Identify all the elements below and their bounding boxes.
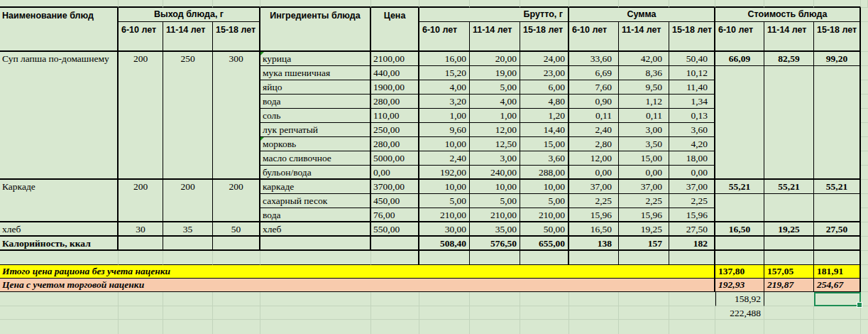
sheet-cell[interactable]: [814, 0, 861, 8]
cell-gross[interactable]: 16,00: [419, 52, 470, 66]
sheet-cell[interactable]: [569, 320, 619, 334]
total-no-markup-value[interactable]: 157,05: [764, 265, 814, 279]
cell-sum[interactable]: 9,50: [619, 80, 669, 95]
sheet-cell[interactable]: [163, 292, 213, 306]
cell-dish-cost[interactable]: 99,20: [814, 52, 861, 66]
sheet-cell[interactable]: [163, 320, 213, 334]
cell-yield[interactable]: 50: [213, 222, 260, 237]
sheet-cell[interactable]: [371, 320, 419, 334]
cell-sum[interactable]: 1,12: [619, 95, 669, 109]
cell-gross[interactable]: 210,00: [520, 208, 569, 222]
sheet-cell[interactable]: [119, 0, 163, 8]
cell-gross[interactable]: 5,00: [470, 194, 520, 208]
cell-empty[interactable]: [814, 194, 861, 222]
cell-empty[interactable]: [715, 66, 764, 180]
cell-gross[interactable]: 10,00: [470, 180, 520, 194]
cell-sum[interactable]: 18,00: [669, 151, 715, 166]
cell-dish-cost[interactable]: 16,50: [715, 222, 764, 237]
sheet-cell[interactable]: [419, 306, 470, 320]
cell-gross[interactable]: 192,00: [419, 166, 470, 180]
cell-yield[interactable]: 200: [163, 180, 213, 222]
total-no-markup-label[interactable]: Итого цена рациона без учета наценки: [0, 265, 715, 279]
cell-price[interactable]: 2100,00: [371, 52, 419, 66]
sheet-cell[interactable]: [260, 0, 371, 8]
cell-sum[interactable]: 12,00: [569, 151, 619, 166]
header-age-6-10[interactable]: 6-10 лет: [715, 22, 764, 52]
total-markup-value[interactable]: 254,67: [814, 279, 861, 292]
cell-sum[interactable]: 2,40: [569, 123, 619, 137]
cell-gross[interactable]: 10,00: [419, 137, 470, 151]
cell-empty[interactable]: [715, 251, 764, 265]
sheet-cell[interactable]: [669, 320, 715, 334]
cell-sum[interactable]: 3,00: [619, 123, 669, 137]
cell-dish-name[interactable]: хлеб: [0, 222, 119, 237]
sheet-cell[interactable]: [119, 306, 163, 320]
cell-sum[interactable]: 3,60: [669, 123, 715, 137]
sheet-cell[interactable]: [371, 292, 419, 306]
cell-gross[interactable]: 210,00: [470, 208, 520, 222]
cell-gross[interactable]: 4,00: [470, 95, 520, 109]
sheet-cell[interactable]: [669, 292, 715, 306]
sheet-cell[interactable]: [163, 251, 213, 265]
sheet-cell[interactable]: [119, 320, 163, 334]
cell-gross[interactable]: 3,60: [520, 151, 569, 166]
cell-ingredient-name[interactable]: каркаде: [260, 180, 371, 194]
cell-yield[interactable]: 200: [119, 52, 163, 180]
header-age-11-14[interactable]: 11-14 лет: [764, 22, 814, 52]
sheet-cell[interactable]: [371, 251, 419, 265]
cell-sum[interactable]: 1,34: [669, 95, 715, 109]
sheet-cell[interactable]: [861, 251, 868, 265]
cell-empty[interactable]: [163, 237, 213, 251]
sheet-cell[interactable]: [814, 306, 861, 320]
cell-price[interactable]: 550,00: [371, 222, 419, 237]
sheet-cell[interactable]: [470, 306, 520, 320]
cell-sum[interactable]: 15,96: [619, 208, 669, 222]
cell-yield[interactable]: 200: [119, 180, 163, 222]
sheet-cell[interactable]: [861, 265, 868, 279]
sheet-cell[interactable]: [569, 292, 619, 306]
sheet-cell[interactable]: [163, 0, 213, 8]
cell-price[interactable]: 3700,00: [371, 180, 419, 194]
cell-calories-sum[interactable]: 138: [569, 237, 619, 251]
sheet-cell[interactable]: [764, 292, 814, 306]
cell-ingredient-name[interactable]: вода: [260, 208, 371, 222]
sheet-cell[interactable]: [861, 208, 868, 222]
sheet-cell[interactable]: [213, 306, 260, 320]
cell-sum[interactable]: 7,60: [569, 80, 619, 95]
cell-sum[interactable]: 27,50: [669, 222, 715, 237]
header-age-15-18[interactable]: 15-18 лет: [520, 22, 569, 52]
cell-empty[interactable]: [260, 237, 371, 251]
sheet-cell[interactable]: [569, 0, 619, 8]
sheet-cell[interactable]: [814, 320, 861, 334]
total-no-markup-value[interactable]: 137,80: [715, 265, 764, 279]
header-age-15-18[interactable]: 15-18 лет: [669, 22, 715, 52]
sheet-cell[interactable]: [861, 180, 868, 194]
sheet-cell[interactable]: [419, 0, 470, 8]
cell-empty[interactable]: [764, 237, 814, 251]
cell-dish-cost[interactable]: 19,25: [764, 222, 814, 237]
sheet-cell[interactable]: [861, 52, 868, 66]
cell-calories-gross[interactable]: 655,00: [520, 237, 569, 251]
sheet-cell[interactable]: [520, 320, 569, 334]
sheet-cell[interactable]: [669, 0, 715, 8]
total-markup-value[interactable]: 192,93: [715, 279, 764, 292]
cell-gross[interactable]: 288,00: [520, 166, 569, 180]
cell-gross[interactable]: 12,50: [470, 137, 520, 151]
cell-empty[interactable]: [669, 251, 715, 265]
cell-ingredient-name[interactable]: яйцо: [260, 80, 371, 95]
cell-sum[interactable]: 0,11: [569, 109, 619, 123]
sheet-cell[interactable]: [861, 166, 868, 180]
sheet-cell[interactable]: [520, 306, 569, 320]
sheet-cell[interactable]: [861, 151, 868, 166]
cell-price[interactable]: 280,00: [371, 95, 419, 109]
sheet-cell[interactable]: [470, 0, 520, 8]
cell-gross[interactable]: 6,00: [520, 80, 569, 95]
cell-dish-name[interactable]: Суп лапша по-домашнему: [0, 52, 119, 180]
cell-price[interactable]: 440,00: [371, 66, 419, 80]
cell-sum[interactable]: 15,96: [569, 208, 619, 222]
cell-gross[interactable]: 12,00: [470, 123, 520, 137]
cell-sum[interactable]: 16,50: [569, 222, 619, 237]
sheet-cell[interactable]: [861, 80, 868, 95]
total-markup-label[interactable]: Цена с учетом торговой наценки: [0, 279, 715, 292]
cell-sum[interactable]: 8,36: [619, 66, 669, 80]
